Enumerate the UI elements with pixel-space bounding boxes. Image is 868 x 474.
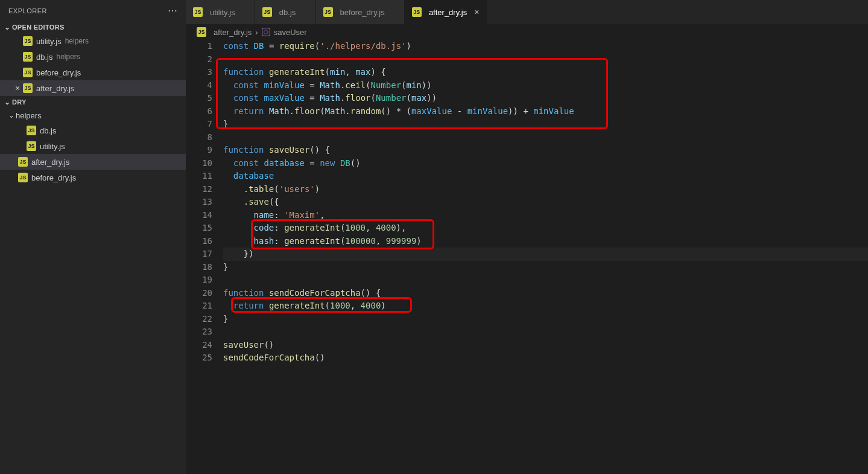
file-label: db.js	[36, 53, 52, 62]
project-header[interactable]: ⌄ DRY	[0, 96, 186, 108]
code-line[interactable]: const minValue = Math.ceil(Number(min))	[223, 79, 868, 92]
chevron-down-icon: ⌄	[2, 98, 12, 106]
file-label: db.js	[40, 126, 56, 135]
file-item[interactable]: JSafter_dry.js	[0, 154, 186, 170]
close-icon[interactable]: ×	[12, 83, 23, 93]
line-number: 21	[186, 299, 212, 313]
code-line[interactable]: function saveUser() {	[223, 144, 868, 157]
code-line[interactable]: sendCodeForCaptcha()	[223, 351, 868, 365]
code-content[interactable]: const DB = require('./helpers/db.js')fun…	[223, 40, 868, 474]
js-file-icon: JS	[197, 27, 206, 37]
code-line[interactable]: const maxValue = Math.floor(Number(max))	[223, 92, 868, 105]
code-line[interactable]: const database = new DB()	[223, 157, 868, 170]
code-line[interactable]: }	[223, 313, 868, 326]
code-line[interactable]: }	[223, 118, 868, 131]
tab-label: after_dry.js	[429, 8, 467, 17]
tab-label: db.js	[279, 8, 296, 17]
code-line[interactable]: return Math.floor(Math.random() * (maxVa…	[223, 105, 868, 118]
open-editors-header[interactable]: ⌄ OPEN EDITORS	[0, 21, 186, 33]
tab-label: utility.js	[210, 8, 235, 17]
code-line[interactable]	[223, 274, 868, 287]
breadcrumb-file: after_dry.js	[214, 28, 252, 37]
code-line[interactable]: }	[223, 261, 868, 274]
explorer-more-icon[interactable]: ⋯	[168, 5, 178, 16]
file-label: utility.js	[40, 142, 65, 151]
file-label: utility.js	[36, 37, 62, 46]
code-line[interactable]: saveUser()	[223, 339, 868, 352]
code-line[interactable]: const DB = require('./helpers/db.js')	[223, 40, 868, 53]
folder-row[interactable]: ⌄helpers	[0, 108, 186, 123]
open-editors-list: ×JSutility.jshelpers×JSdb.jshelpers×JSbe…	[0, 33, 186, 96]
open-editor-item[interactable]: ×JSbefore_dry.js	[0, 65, 186, 80]
js-file-icon: JS	[18, 173, 28, 182]
file-hint: helpers	[65, 37, 89, 45]
js-file-icon: JS	[262, 7, 272, 17]
method-icon: ⬡	[262, 28, 270, 36]
code-line[interactable]	[223, 131, 868, 144]
breadcrumb-symbol: saveUser	[274, 28, 307, 37]
open-editor-item[interactable]: ×JSutility.jshelpers	[0, 33, 186, 49]
project-tree: ⌄helpersJSdb.jsJSutility.jsJSafter_dry.j…	[0, 108, 186, 185]
editor-tab[interactable]: JSbefore_dry.js×	[316, 0, 405, 24]
code-line[interactable]: database	[223, 170, 868, 183]
line-number: 12	[186, 183, 212, 196]
folder-label: helpers	[16, 111, 42, 120]
line-number: 11	[186, 170, 212, 183]
line-number: 9	[186, 144, 212, 157]
js-file-icon: JS	[23, 68, 33, 77]
editor-tab[interactable]: JSafter_dry.js×	[405, 0, 487, 24]
code-line[interactable]: code: generateInt(1000, 4000),	[223, 222, 868, 235]
file-item[interactable]: JSdb.js	[0, 123, 186, 138]
code-line[interactable]: return generateInt(1000, 4000)	[223, 299, 868, 313]
line-number: 20	[186, 287, 212, 300]
explorer-title: EXPLORER	[8, 7, 47, 14]
code-line[interactable]	[223, 53, 868, 66]
js-file-icon: JS	[193, 7, 203, 17]
line-number: 17	[186, 248, 212, 261]
open-editor-item[interactable]: ×JSafter_dry.js	[0, 80, 186, 96]
line-number: 8	[186, 131, 212, 144]
js-file-icon: JS	[323, 7, 333, 17]
line-number: 23	[186, 325, 212, 339]
js-file-icon: JS	[27, 126, 36, 135]
code-line[interactable]: hash: generateInt(100000, 999999)	[223, 235, 868, 248]
js-file-icon: JS	[412, 7, 422, 17]
code-line[interactable]: function generateInt(min, max) {	[223, 66, 868, 79]
close-icon[interactable]: ×	[474, 7, 479, 17]
js-file-icon: JS	[23, 52, 33, 62]
file-item[interactable]: JSbefore_dry.js	[0, 170, 186, 185]
chevron-down-icon: ⌄	[7, 111, 16, 120]
line-number: 2	[186, 53, 212, 66]
line-number-gutter: 1234567891011121314151617181920212223242…	[186, 40, 223, 474]
js-file-icon: JS	[27, 141, 36, 151]
line-number: 16	[186, 235, 212, 248]
line-number: 13	[186, 196, 212, 209]
line-number: 10	[186, 157, 212, 170]
line-number: 14	[186, 209, 212, 222]
file-item[interactable]: JSutility.js	[0, 138, 186, 154]
editor-tab[interactable]: JSutility.js×	[186, 0, 255, 24]
code-line[interactable]	[223, 325, 868, 339]
code-line[interactable]: })	[223, 248, 868, 261]
breadcrumb-separator: ›	[255, 28, 258, 37]
editor-tabs: JSutility.js×JSdb.js×JSbefore_dry.js×JSa…	[186, 0, 868, 24]
code-line[interactable]: name: 'Maxim',	[223, 209, 868, 222]
tab-label: before_dry.js	[340, 8, 385, 17]
file-label: before_dry.js	[36, 68, 81, 77]
project-title: DRY	[12, 98, 27, 106]
open-editor-item[interactable]: ×JSdb.jshelpers	[0, 49, 186, 65]
line-number: 1	[186, 40, 212, 53]
js-file-icon: JS	[23, 36, 33, 46]
line-number: 7	[186, 118, 212, 131]
editor-tab[interactable]: JSdb.js×	[255, 0, 316, 24]
open-editors-title: OPEN EDITORS	[12, 24, 65, 31]
code-line[interactable]: function sendCodeForCaptcha() {	[223, 287, 868, 300]
file-label: after_dry.js	[31, 158, 69, 167]
editor-area: JSutility.js×JSdb.js×JSbefore_dry.js×JSa…	[186, 0, 868, 474]
line-number: 19	[186, 274, 212, 287]
line-number: 18	[186, 261, 212, 274]
code-editor[interactable]: 1234567891011121314151617181920212223242…	[186, 40, 868, 474]
code-line[interactable]: .table('users')	[223, 183, 868, 196]
code-line[interactable]: .save({	[223, 196, 868, 209]
breadcrumb[interactable]: JS after_dry.js › ⬡ saveUser	[186, 24, 868, 40]
